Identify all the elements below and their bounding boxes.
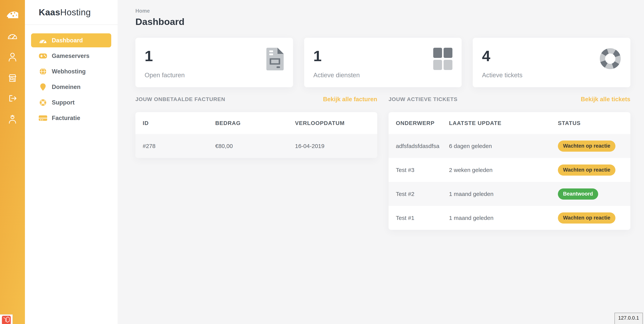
stat-card-actieve-tickets: 4 Actieve tickets bbox=[473, 38, 630, 87]
col-verloopdatum: VERLOOPDATUM bbox=[295, 112, 377, 134]
page-title: Dashboard bbox=[136, 16, 630, 27]
tickets-header-row: ONDERWERP LAATSTE UPDATE STATUS bbox=[388, 112, 630, 134]
ticket-row[interactable]: Test #1 1 maand geleden Wachten op react… bbox=[388, 206, 630, 230]
ticket-row[interactable]: adfsfadsfdasdfsa 6 dagen geleden Wachten… bbox=[388, 134, 630, 158]
file-invoice-icon bbox=[266, 48, 284, 80]
sidebar-item-label: Dashboard bbox=[52, 37, 83, 44]
stat-label: Actieve tickets bbox=[482, 72, 522, 79]
sidebar-item-label: Gameservers bbox=[52, 52, 90, 60]
invoice-amount: €80,00 bbox=[215, 134, 295, 158]
user-icon[interactable] bbox=[8, 52, 17, 62]
invoices-table-card: ID BEDRAG VERLOOPDATUM #278 €80,00 16-04… bbox=[136, 112, 377, 158]
col-onderwerp: ONDERWERP bbox=[388, 112, 449, 134]
stat-value: 4 bbox=[482, 48, 522, 64]
cheese-logo-icon[interactable] bbox=[6, 10, 19, 19]
ticket-updated: 2 weken geleden bbox=[449, 158, 558, 182]
stat-value: 1 bbox=[144, 48, 185, 64]
map-marker-icon bbox=[38, 83, 48, 91]
invoice-due-date: 16-04-2019 bbox=[295, 134, 377, 158]
ticket-subject: Test #3 bbox=[388, 158, 449, 182]
invoice-row[interactable]: #278 €80,00 16-04-2019 bbox=[136, 134, 377, 158]
ticket-subject: adfsfadsfdasdfsa bbox=[388, 134, 449, 158]
gamepad-icon bbox=[38, 53, 48, 59]
sidebar-menu: Dashboard Gameservers bbox=[25, 25, 118, 125]
invoices-section: JOUW ONBETAALDE FACTUREN Bekijk alle fac… bbox=[136, 96, 377, 230]
stat-card-actieve-diensten: 1 Actieve diensten bbox=[304, 38, 462, 87]
grid-icon bbox=[433, 48, 452, 80]
dashboard-gauge-icon[interactable] bbox=[7, 31, 18, 40]
invoices-table: ID BEDRAG VERLOOPDATUM #278 €80,00 16-04… bbox=[136, 112, 377, 158]
sidebar-item-webhosting[interactable]: Webhosting bbox=[31, 64, 111, 78]
admin-user-crown-icon[interactable] bbox=[8, 114, 17, 124]
invoices-header-row: ID BEDRAG VERLOOPDATUM bbox=[136, 112, 377, 134]
ticket-row[interactable]: Test #3 2 weken geleden Wachten op react… bbox=[388, 158, 630, 182]
stat-value: 1 bbox=[313, 48, 360, 64]
sidebar-item-domeinen[interactable]: Domeinen bbox=[31, 80, 111, 94]
gauge-icon bbox=[38, 37, 48, 44]
invoices-section-title: JOUW ONBETAALDE FACTUREN bbox=[136, 96, 225, 102]
sidebar-item-facturatie[interactable]: Facturatie bbox=[31, 111, 111, 125]
sidebar-item-label: Support bbox=[52, 99, 74, 106]
sidebar-item-support[interactable]: Support bbox=[31, 96, 111, 110]
col-status: STATUS bbox=[558, 112, 630, 134]
view-all-tickets-link[interactable]: Bekijk alle tickets bbox=[581, 96, 630, 103]
icon-rail bbox=[0, 0, 25, 324]
sidebar-item-label: Webhosting bbox=[52, 68, 86, 75]
credit-card-icon bbox=[38, 115, 48, 121]
sidebar: KaasHosting Dashboard bbox=[25, 0, 118, 324]
life-ring-icon bbox=[599, 48, 621, 80]
stat-label: Open facturen bbox=[144, 72, 185, 79]
globe-icon bbox=[38, 68, 48, 75]
stat-card-open-facturen: 1 Open facturen bbox=[136, 38, 293, 87]
tickets-section: JOUW ACTIEVE TICKETS Bekijk alle tickets… bbox=[388, 96, 630, 230]
brand-name-light: Hosting bbox=[60, 7, 91, 18]
ticket-subject: Test #2 bbox=[388, 182, 449, 206]
tickets-table-card: ONDERWERP LAATSTE UPDATE STATUS adfsfads… bbox=[388, 112, 630, 230]
tickets-section-title: JOUW ACTIEVE TICKETS bbox=[388, 96, 458, 102]
status-badge: Wachten op reactie bbox=[558, 212, 616, 224]
stat-cards: 1 Open facturen 1 Actieve diensten bbox=[136, 38, 630, 87]
brand-name-bold: Kaas bbox=[39, 7, 60, 18]
col-bedrag: BEDRAG bbox=[215, 112, 295, 134]
ticket-updated: 1 maand geleden bbox=[449, 182, 558, 206]
col-id: ID bbox=[136, 112, 215, 134]
status-badge: Beantwoord bbox=[558, 188, 598, 200]
ticket-subject: Test #1 bbox=[388, 206, 449, 230]
sidebar-item-gameservers[interactable]: Gameservers bbox=[31, 49, 111, 63]
main-content: Home Dashboard 1 Open facturen bbox=[118, 0, 644, 324]
ticket-row[interactable]: Test #2 1 maand geleden Beantwoord bbox=[388, 182, 630, 206]
col-laatste-update: LAATSTE UPDATE bbox=[449, 112, 558, 134]
store-icon[interactable] bbox=[7, 74, 18, 82]
brand-logo[interactable]: KaasHosting bbox=[25, 0, 118, 25]
view-all-invoices-link[interactable]: Bekijk alle facturen bbox=[323, 96, 377, 103]
ticket-updated: 6 dagen geleden bbox=[449, 134, 558, 158]
breadcrumb[interactable]: Home bbox=[136, 8, 630, 14]
stat-label: Actieve diensten bbox=[313, 72, 360, 79]
life-ring-icon bbox=[38, 99, 48, 106]
logout-icon[interactable] bbox=[8, 94, 17, 102]
sidebar-item-dashboard[interactable]: Dashboard bbox=[31, 33, 111, 47]
status-badge: Wachten op reactie bbox=[558, 140, 616, 152]
tickets-table: ONDERWERP LAATSTE UPDATE STATUS adfsfads… bbox=[388, 112, 630, 230]
status-badge: Wachten op reactie bbox=[558, 164, 616, 176]
ticket-updated: 1 maand geleden bbox=[449, 206, 558, 230]
url-preview-tooltip: 127.0.0.1 bbox=[614, 313, 643, 324]
invoice-id: #278 bbox=[136, 134, 215, 158]
sidebar-item-label: Domeinen bbox=[52, 84, 80, 90]
laravel-debugbar-icon[interactable] bbox=[0, 314, 13, 324]
sidebar-item-label: Facturatie bbox=[52, 115, 80, 122]
